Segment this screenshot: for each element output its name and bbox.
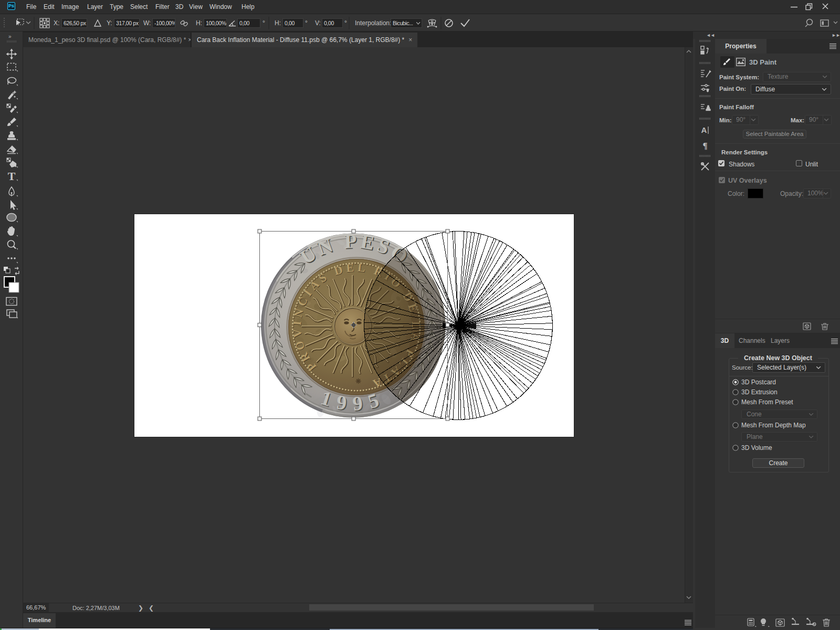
svg-text:T: T	[8, 170, 16, 183]
svg-text:A: A	[701, 125, 707, 134]
svg-text:¶: ¶	[702, 141, 707, 151]
svg-text:»: »	[8, 34, 12, 39]
